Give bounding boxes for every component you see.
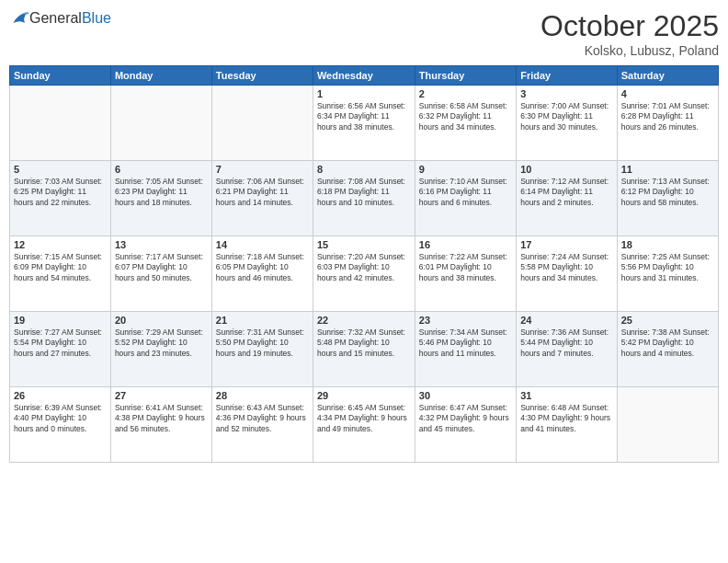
day-number: 30	[419, 390, 512, 401]
table-row: 26Sunrise: 6:39 AM Sunset: 4:40 PM Dayli…	[10, 387, 111, 463]
table-row: 9Sunrise: 7:10 AM Sunset: 6:16 PM Daylig…	[415, 161, 516, 236]
day-info: Sunrise: 6:47 AM Sunset: 4:32 PM Dayligh…	[419, 403, 512, 434]
table-row: 13Sunrise: 7:17 AM Sunset: 6:07 PM Dayli…	[110, 236, 211, 312]
table-row: 27Sunrise: 6:41 AM Sunset: 4:38 PM Dayli…	[110, 387, 211, 463]
header-monday: Monday	[110, 66, 211, 86]
calendar-week-row: 1Sunrise: 6:56 AM Sunset: 6:34 PM Daylig…	[10, 86, 719, 161]
table-row: 11Sunrise: 7:13 AM Sunset: 6:12 PM Dayli…	[617, 161, 718, 236]
calendar-week-row: 12Sunrise: 7:15 AM Sunset: 6:09 PM Dayli…	[10, 236, 719, 312]
table-row: 21Sunrise: 7:31 AM Sunset: 5:50 PM Dayli…	[211, 312, 313, 387]
day-info: Sunrise: 7:15 AM Sunset: 6:09 PM Dayligh…	[14, 252, 107, 283]
logo-icon	[11, 9, 29, 28]
day-number: 7	[216, 164, 309, 175]
table-row: 8Sunrise: 7:08 AM Sunset: 6:18 PM Daylig…	[313, 161, 415, 236]
day-info: Sunrise: 6:41 AM Sunset: 4:38 PM Dayligh…	[115, 403, 208, 434]
day-info: Sunrise: 7:05 AM Sunset: 6:23 PM Dayligh…	[115, 177, 208, 208]
calendar-table: Sunday Monday Tuesday Wednesday Thursday…	[9, 65, 719, 463]
month-title: October 2025	[540, 9, 719, 43]
table-row: 12Sunrise: 7:15 AM Sunset: 6:09 PM Dayli…	[10, 236, 111, 312]
table-row: 7Sunrise: 7:06 AM Sunset: 6:21 PM Daylig…	[211, 161, 313, 236]
day-number: 25	[621, 315, 714, 326]
table-row: 18Sunrise: 7:25 AM Sunset: 5:56 PM Dayli…	[617, 236, 718, 312]
day-number: 8	[317, 164, 411, 175]
calendar-header-row: Sunday Monday Tuesday Wednesday Thursday…	[10, 66, 719, 86]
table-row: 28Sunrise: 6:43 AM Sunset: 4:36 PM Dayli…	[211, 387, 313, 463]
day-info: Sunrise: 7:27 AM Sunset: 5:54 PM Dayligh…	[14, 327, 107, 359]
day-number: 4	[621, 88, 714, 99]
day-info: Sunrise: 7:20 AM Sunset: 6:03 PM Dayligh…	[317, 252, 411, 283]
table-row: 5Sunrise: 7:03 AM Sunset: 6:25 PM Daylig…	[10, 161, 111, 236]
header-tuesday: Tuesday	[211, 66, 313, 86]
table-row: 10Sunrise: 7:12 AM Sunset: 6:14 PM Dayli…	[517, 161, 618, 236]
logo-general-text: General	[29, 10, 82, 26]
day-number: 3	[520, 88, 613, 99]
day-number: 12	[14, 239, 107, 250]
day-number: 10	[520, 164, 613, 175]
table-row: 1Sunrise: 6:56 AM Sunset: 6:34 PM Daylig…	[313, 86, 415, 161]
day-number: 19	[14, 315, 107, 326]
day-number: 28	[216, 390, 309, 401]
day-number: 20	[115, 315, 208, 326]
day-number: 15	[317, 239, 411, 250]
table-row: 24Sunrise: 7:36 AM Sunset: 5:44 PM Dayli…	[517, 312, 618, 387]
day-number: 27	[115, 390, 208, 401]
day-number: 23	[419, 315, 512, 326]
day-info: Sunrise: 6:43 AM Sunset: 4:36 PM Dayligh…	[216, 403, 309, 434]
table-row: 17Sunrise: 7:24 AM Sunset: 5:58 PM Dayli…	[517, 236, 618, 312]
calendar-week-row: 5Sunrise: 7:03 AM Sunset: 6:25 PM Daylig…	[10, 161, 719, 236]
header-thursday: Thursday	[415, 66, 516, 86]
table-row	[10, 86, 111, 161]
calendar-week-row: 26Sunrise: 6:39 AM Sunset: 4:40 PM Dayli…	[10, 387, 719, 463]
day-number: 13	[115, 239, 208, 250]
table-row: 22Sunrise: 7:32 AM Sunset: 5:48 PM Dayli…	[313, 312, 415, 387]
table-row: 30Sunrise: 6:47 AM Sunset: 4:32 PM Dayli…	[415, 387, 516, 463]
day-info: Sunrise: 7:22 AM Sunset: 6:01 PM Dayligh…	[419, 252, 512, 283]
day-number: 9	[419, 164, 512, 175]
table-row: 23Sunrise: 7:34 AM Sunset: 5:46 PM Dayli…	[415, 312, 516, 387]
day-info: Sunrise: 7:03 AM Sunset: 6:25 PM Dayligh…	[14, 177, 107, 208]
table-row: 15Sunrise: 7:20 AM Sunset: 6:03 PM Dayli…	[313, 236, 415, 312]
day-info: Sunrise: 7:34 AM Sunset: 5:46 PM Dayligh…	[419, 327, 512, 359]
day-info: Sunrise: 7:17 AM Sunset: 6:07 PM Dayligh…	[115, 252, 208, 283]
table-row: 19Sunrise: 7:27 AM Sunset: 5:54 PM Dayli…	[10, 312, 111, 387]
day-number: 14	[216, 239, 309, 250]
table-row	[617, 387, 718, 463]
table-row	[211, 86, 313, 161]
table-row: 20Sunrise: 7:29 AM Sunset: 5:52 PM Dayli…	[110, 312, 211, 387]
header-sunday: Sunday	[10, 66, 111, 86]
title-block: October 2025 Kolsko, Lubusz, Poland	[540, 9, 719, 58]
day-number: 2	[419, 88, 512, 99]
calendar-week-row: 19Sunrise: 7:27 AM Sunset: 5:54 PM Dayli…	[10, 312, 719, 387]
header-wednesday: Wednesday	[313, 66, 415, 86]
table-row: 14Sunrise: 7:18 AM Sunset: 6:05 PM Dayli…	[211, 236, 313, 312]
day-number: 31	[520, 390, 613, 401]
day-info: Sunrise: 6:56 AM Sunset: 6:34 PM Dayligh…	[317, 101, 411, 132]
table-row: 29Sunrise: 6:45 AM Sunset: 4:34 PM Dayli…	[313, 387, 415, 463]
day-info: Sunrise: 7:13 AM Sunset: 6:12 PM Dayligh…	[621, 177, 714, 208]
day-info: Sunrise: 7:08 AM Sunset: 6:18 PM Dayligh…	[317, 177, 411, 208]
table-row: 2Sunrise: 6:58 AM Sunset: 6:32 PM Daylig…	[415, 86, 516, 161]
day-info: Sunrise: 7:31 AM Sunset: 5:50 PM Dayligh…	[216, 327, 309, 359]
table-row	[110, 86, 211, 161]
day-number: 26	[14, 390, 107, 401]
day-number: 29	[317, 390, 411, 401]
header: GeneralBlue October 2025 Kolsko, Lubusz,…	[9, 9, 719, 58]
day-info: Sunrise: 6:58 AM Sunset: 6:32 PM Dayligh…	[419, 101, 512, 132]
day-number: 24	[520, 315, 613, 326]
day-info: Sunrise: 7:25 AM Sunset: 5:56 PM Dayligh…	[621, 252, 714, 283]
day-info: Sunrise: 7:32 AM Sunset: 5:48 PM Dayligh…	[317, 327, 411, 359]
location-subtitle: Kolsko, Lubusz, Poland	[540, 43, 719, 58]
day-number: 16	[419, 239, 512, 250]
day-info: Sunrise: 6:39 AM Sunset: 4:40 PM Dayligh…	[14, 403, 107, 434]
day-info: Sunrise: 7:18 AM Sunset: 6:05 PM Dayligh…	[216, 252, 309, 283]
day-info: Sunrise: 7:06 AM Sunset: 6:21 PM Dayligh…	[216, 177, 309, 208]
logo-blue-text: Blue	[82, 10, 111, 26]
table-row: 31Sunrise: 6:48 AM Sunset: 4:30 PM Dayli…	[517, 387, 618, 463]
day-number: 11	[621, 164, 714, 175]
day-number: 21	[216, 315, 309, 326]
header-friday: Friday	[517, 66, 618, 86]
day-info: Sunrise: 7:36 AM Sunset: 5:44 PM Dayligh…	[520, 327, 613, 359]
table-row: 6Sunrise: 7:05 AM Sunset: 6:23 PM Daylig…	[110, 161, 211, 236]
day-info: Sunrise: 7:01 AM Sunset: 6:28 PM Dayligh…	[621, 101, 714, 132]
day-number: 5	[14, 164, 107, 175]
